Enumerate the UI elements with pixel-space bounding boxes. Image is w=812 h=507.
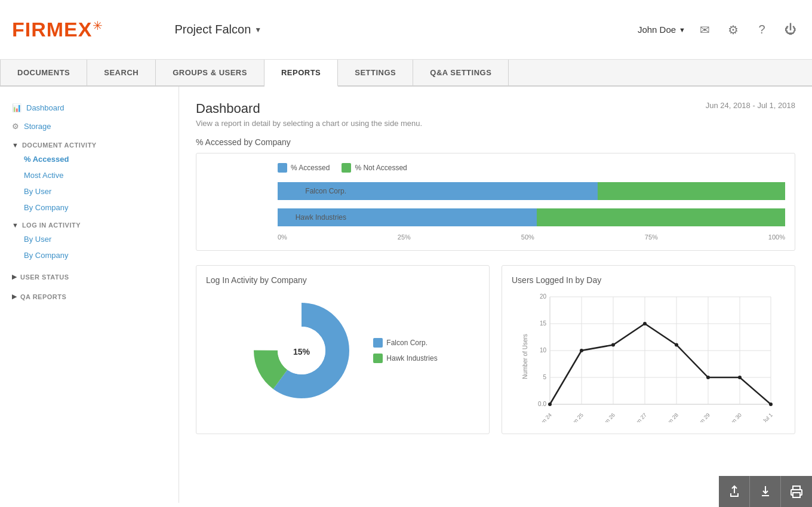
- dot-3: [643, 322, 647, 325]
- dot-5: [706, 376, 710, 379]
- tab-search[interactable]: SEARCH: [87, 60, 156, 85]
- download-icon: [758, 484, 773, 499]
- svg-text:Jun 29: Jun 29: [696, 412, 711, 422]
- sidebar-child-pct-accessed[interactable]: % Accessed: [0, 151, 179, 167]
- sidebar-child-most-active[interactable]: Most Active: [0, 167, 179, 183]
- axis-100: 100%: [768, 233, 785, 241]
- qa-reports-expand-icon[interactable]: ▶: [12, 293, 17, 300]
- bar-chart-legend: % Accessed % Not Accessed: [278, 163, 785, 173]
- tab-settings[interactable]: SETTINGS: [338, 60, 413, 85]
- sidebar-item-storage[interactable]: ⚙ Storage: [0, 117, 179, 136]
- svg-text:10: 10: [540, 347, 547, 354]
- donut-legend: Falcon Corp. Hawk Industries: [373, 338, 437, 363]
- sidebar-child-by-user-login[interactable]: By User: [0, 231, 179, 247]
- user-name: John Doe: [638, 24, 676, 35]
- bar-chart-section: % Accessed by Company % Accessed % Not A…: [196, 137, 795, 251]
- upload-icon: [727, 484, 742, 499]
- header: FIRMEX ✳ Project Falcon ▼ John Doe ▼ ✉ ⚙…: [0, 0, 812, 60]
- storage-icon: ⚙: [12, 122, 19, 131]
- legend-item-accessed: % Accessed: [278, 163, 330, 173]
- sidebar-child-by-user-doc[interactable]: By User: [0, 183, 179, 199]
- sidebar-section-login-activity: ▼ LOG IN ACTIVITY: [0, 216, 179, 231]
- user-status-expand-icon[interactable]: ▶: [12, 273, 17, 281]
- most-active-label: Most Active: [24, 171, 63, 180]
- svg-text:15: 15: [540, 320, 547, 327]
- sidebar: 📊 Dashboard ⚙ Storage ▼ DOCUMENT ACTIVIT…: [0, 87, 179, 503]
- sidebar-section-user-status: ▶ USER STATUS: [0, 267, 179, 283]
- bar-chart-title: % Accessed by Company: [196, 137, 795, 147]
- sidebar-item-dashboard-label: Dashboard: [26, 103, 64, 112]
- tab-documents[interactable]: DOCUMENTS: [0, 60, 87, 85]
- toolbar-upload-btn[interactable]: [719, 476, 750, 503]
- donut-legend-hawk: Hawk Industries: [373, 354, 437, 363]
- by-company-doc-label: By Company: [24, 203, 68, 212]
- svg-text:0.0: 0.0: [538, 401, 546, 407]
- legend-box-green: [342, 163, 351, 173]
- donut-container: 15% Falcon Corp. Hawk Industries: [206, 291, 479, 410]
- sidebar-child-by-company-login[interactable]: By Company: [0, 247, 179, 263]
- bar-axis: 0% 25% 50% 75% 100%: [278, 233, 785, 241]
- bar-chart-container[interactable]: % Accessed % Not Accessed Falcon Corp.: [196, 153, 795, 251]
- login-activity-label: LOG IN ACTIVITY: [22, 222, 81, 229]
- tab-reports[interactable]: REPORTS: [264, 60, 338, 87]
- user-menu[interactable]: John Doe ▼: [638, 24, 685, 35]
- svg-rect-30: [793, 493, 800, 497]
- tab-groups-users[interactable]: GROUPS & USERS: [156, 60, 264, 85]
- svg-text:Jul 1: Jul 1: [761, 412, 774, 422]
- line-chart-line: [550, 324, 771, 404]
- toolbar-download-btn[interactable]: [750, 476, 781, 503]
- bar-row-hawk: Hawk Industries: [278, 208, 785, 226]
- y-axis-label: Number of Users: [522, 334, 528, 379]
- page-title: Dashboard: [196, 101, 422, 116]
- legend-accessed-label: % Accessed: [291, 164, 330, 172]
- dot-1: [580, 349, 583, 352]
- sidebar-item-dashboard[interactable]: 📊 Dashboard: [0, 99, 179, 117]
- svg-text:Jun 27: Jun 27: [632, 412, 648, 422]
- power-icon[interactable]: ⏻: [781, 20, 800, 39]
- svg-text:20: 20: [540, 293, 547, 300]
- donut-hawk-label: Hawk Industries: [386, 354, 437, 362]
- settings-icon[interactable]: ⚙: [724, 20, 743, 39]
- bar-label-falcon: Falcon Corp.: [278, 187, 346, 195]
- project-caret-icon: ▼: [254, 26, 262, 34]
- donut-legend-box-blue: [373, 338, 383, 348]
- dot-0: [548, 402, 552, 406]
- donut-chart-container[interactable]: Log In Activity by Company 15%: [196, 265, 490, 434]
- title-block: Dashboard View a report in detail by sel…: [196, 101, 422, 128]
- sidebar-item-storage-label: Storage: [24, 122, 51, 131]
- content-area: Dashboard View a report in detail by sel…: [179, 87, 812, 503]
- donut-chart-title: Log In Activity by Company: [206, 275, 479, 285]
- bar-green-hawk: [537, 208, 786, 226]
- main-layout: 📊 Dashboard ⚙ Storage ▼ DOCUMENT ACTIVIT…: [0, 87, 812, 503]
- nav-tabs: DOCUMENTS SEARCH GROUPS & USERS REPORTS …: [0, 60, 812, 87]
- by-user-login-label: By User: [24, 235, 51, 244]
- legend-not-accessed-label: % Not Accessed: [355, 164, 407, 172]
- date-range: Jun 24, 2018 - Jul 1, 2018: [706, 101, 795, 110]
- axis-75: 75%: [645, 233, 658, 241]
- mail-icon[interactable]: ✉: [695, 20, 714, 39]
- by-company-login-label: By Company: [24, 251, 68, 260]
- doc-activity-label: DOCUMENT ACTIVITY: [22, 142, 97, 149]
- bar-rows: Falcon Corp. Hawk Industries: [206, 182, 785, 241]
- charts-row: Log In Activity by Company 15%: [196, 265, 795, 434]
- tab-qa-settings[interactable]: Q&A SETTINGS: [413, 60, 509, 85]
- logo-asterisk: ✳: [93, 19, 103, 33]
- user-caret-icon: ▼: [679, 26, 685, 33]
- svg-text:Jun 26: Jun 26: [601, 412, 616, 422]
- help-icon[interactable]: ?: [752, 20, 771, 39]
- login-activity-collapse-icon[interactable]: ▼: [12, 222, 19, 229]
- toolbar-print-btn[interactable]: [781, 476, 812, 503]
- legend-box-blue: [278, 163, 287, 173]
- axis-50: 50%: [521, 233, 534, 241]
- line-chart-title: Users Logged In by Day: [512, 275, 785, 285]
- line-chart-container[interactable]: Users Logged In by Day Number of Users: [502, 265, 795, 434]
- axis-25: 25%: [398, 233, 411, 241]
- dot-2: [611, 343, 615, 347]
- doc-activity-collapse-icon[interactable]: ▼: [12, 142, 19, 149]
- bar-row-falcon: Falcon Corp.: [278, 182, 785, 200]
- by-user-doc-label: By User: [24, 187, 51, 196]
- user-status-label: USER STATUS: [20, 274, 69, 281]
- sidebar-section-document-activity: ▼ DOCUMENT ACTIVITY: [0, 136, 179, 151]
- sidebar-child-by-company-doc[interactable]: By Company: [0, 199, 179, 216]
- project-selector[interactable]: Project Falcon ▼: [174, 23, 262, 36]
